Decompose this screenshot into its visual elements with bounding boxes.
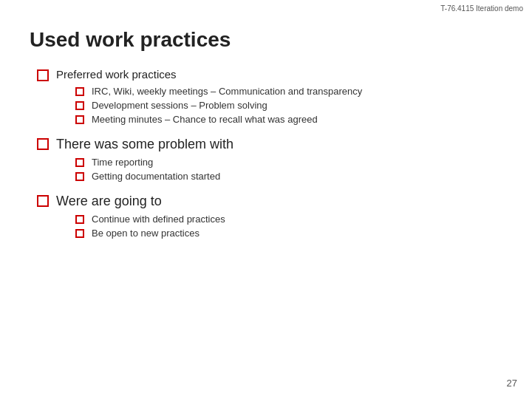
section-preferred: Preferred work practices IRC, Wiki, week… — [37, 68, 502, 128]
bullet-l2 — [75, 172, 84, 181]
bullet-preferred — [37, 69, 49, 81]
item-text: Be open to new practices — [92, 228, 200, 239]
list-item: IRC, Wiki, weekly meetings – Communicati… — [75, 86, 362, 97]
slide-container: T-76.4115 Iteration demo Used work pract… — [0, 0, 532, 399]
page-number: 27 — [507, 378, 517, 389]
bullet-problem — [37, 138, 49, 150]
slide-content: Preferred work practices IRC, Wiki, week… — [30, 68, 502, 242]
section-preferred-items: IRC, Wiki, weekly meetings – Communicati… — [75, 86, 362, 125]
list-item: Getting documentation started — [75, 171, 233, 182]
bullet-going — [37, 195, 49, 207]
item-text: Development sessions – Problem solving — [92, 100, 267, 111]
iteration-label: T-76.4115 Iteration demo — [440, 4, 523, 13]
bullet-l2 — [75, 87, 84, 96]
section-going-items: Continue with defined practices Be open … — [75, 214, 225, 239]
list-item: Continue with defined practices — [75, 214, 225, 225]
bullet-l2 — [75, 158, 84, 167]
slide-title: Used work practices — [30, 28, 502, 52]
list-item: Be open to new practices — [75, 228, 225, 239]
list-item: Time reporting — [75, 157, 233, 168]
section-problem-heading: There was some problem with — [56, 137, 233, 151]
item-text: IRC, Wiki, weekly meetings – Communicati… — [92, 86, 362, 97]
item-text: Time reporting — [92, 157, 153, 168]
section-going-heading: Were are going to — [56, 194, 162, 208]
item-text: Continue with defined practices — [92, 214, 225, 225]
bullet-l2 — [75, 229, 84, 238]
item-text: Meeting minutes – Chance to recall what … — [92, 114, 318, 125]
section-problem-items: Time reporting Getting documentation sta… — [75, 157, 233, 182]
bullet-l2 — [75, 215, 84, 224]
list-item: Development sessions – Problem solving — [75, 100, 362, 111]
section-going: Were are going to Continue with defined … — [37, 194, 502, 242]
list-item: Meeting minutes – Chance to recall what … — [75, 114, 362, 125]
bullet-l2 — [75, 101, 84, 110]
item-text: Getting documentation started — [92, 171, 220, 182]
section-preferred-heading: Preferred work practices — [56, 68, 177, 81]
section-problem: There was some problem with Time reporti… — [37, 137, 502, 185]
bullet-l2 — [75, 115, 84, 124]
